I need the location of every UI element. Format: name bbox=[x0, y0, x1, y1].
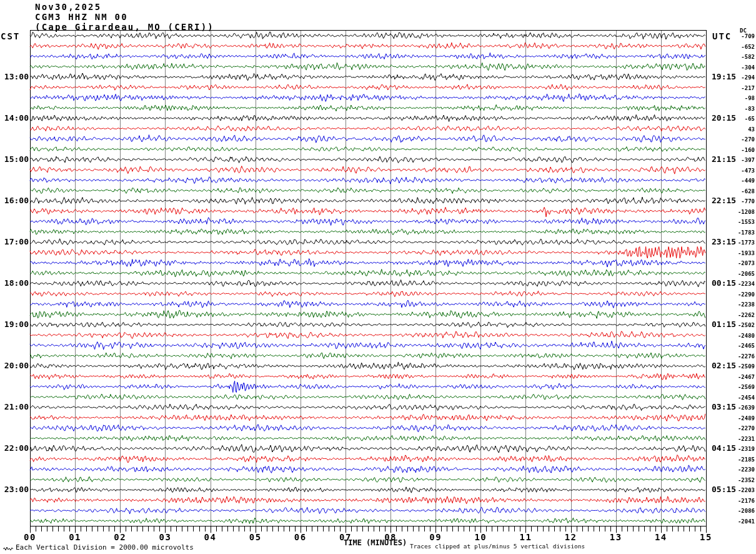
dc-offset-value: -2086 bbox=[717, 508, 755, 514]
dc-offset-value: -217 bbox=[717, 85, 755, 91]
dc-offset-value: -582 bbox=[717, 54, 755, 60]
x-tick-label: 03 bbox=[152, 532, 177, 542]
dc-offset-value: -2480 bbox=[717, 333, 755, 339]
x-tick-label: 06 bbox=[288, 532, 313, 542]
dc-offset-value: -83 bbox=[717, 106, 755, 112]
left-hour-label: 15:00 bbox=[0, 154, 29, 164]
dc-offset-value: -1933 bbox=[717, 250, 755, 256]
page-title-location: (Cape Girardeau, MO (CERI)) bbox=[35, 22, 214, 32]
dc-offset-value: -2489 bbox=[717, 415, 755, 421]
dc-offset-value: -2185 bbox=[717, 456, 755, 463]
page-title-date: Nov30,2025 bbox=[35, 2, 101, 12]
x-tick-label: 05 bbox=[243, 532, 268, 542]
dc-offset-value: -294 bbox=[717, 74, 755, 81]
dc-offset-value: -628 bbox=[717, 188, 755, 194]
x-tick-label: 09 bbox=[423, 532, 448, 542]
dc-offset-value: -2073 bbox=[717, 260, 755, 266]
x-tick-label: 11 bbox=[513, 532, 538, 542]
dc-offset-value: -1783 bbox=[717, 229, 755, 236]
x-tick-label: 15 bbox=[694, 532, 719, 542]
x-tick-label: 02 bbox=[107, 532, 132, 542]
dc-offset-value: -2276 bbox=[717, 353, 755, 360]
clip-note: Traces clipped at plus/minus 5 vertical … bbox=[410, 543, 585, 550]
left-hour-label: 16:00 bbox=[0, 196, 29, 205]
left-hour-label: 14:00 bbox=[0, 113, 29, 123]
x-axis-title: TIME (MINUTES) bbox=[344, 538, 407, 547]
page-title-station: CGM3 HHZ NM 00 bbox=[35, 12, 128, 22]
dc-offset-value: -709 bbox=[717, 33, 755, 39]
left-hour-label: 22:00 bbox=[0, 443, 29, 453]
dc-offset-value: -2467 bbox=[717, 374, 755, 380]
dc-offset-value: -2262 bbox=[717, 312, 755, 318]
x-tick-label: 04 bbox=[198, 532, 223, 542]
dc-offset-value: -473 bbox=[717, 168, 755, 174]
x-tick-label: 14 bbox=[649, 532, 674, 542]
dc-offset-value: -2234 bbox=[717, 281, 755, 287]
dc-offset-value: -270 bbox=[717, 136, 755, 143]
dc-offset-value: -1553 bbox=[717, 219, 755, 225]
dc-offset-value: 43 bbox=[717, 126, 755, 133]
left-hour-label: 20:00 bbox=[0, 361, 29, 370]
x-tick-label: 10 bbox=[468, 532, 493, 542]
left-timezone-label: CST bbox=[1, 31, 20, 41]
x-tick-label: 13 bbox=[604, 532, 629, 542]
dc-offset-value: -397 bbox=[717, 157, 755, 163]
left-hour-label: 23:00 bbox=[0, 485, 29, 494]
left-hour-label: 17:00 bbox=[0, 237, 29, 246]
dc-offset-value: -2270 bbox=[717, 425, 755, 431]
left-hour-label: 18:00 bbox=[0, 278, 29, 288]
x-tick-label: 01 bbox=[62, 532, 87, 542]
dc-offset-value: -65 bbox=[717, 116, 755, 122]
dc-offset-value: -2454 bbox=[717, 395, 755, 401]
dc-offset-value: -2569 bbox=[717, 384, 755, 390]
scale-note: Each Vertical Division = 2000.00 microvo… bbox=[16, 543, 194, 551]
dc-offset-value: -2065 bbox=[717, 271, 755, 277]
left-hour-label: 21:00 bbox=[0, 402, 29, 411]
dc-offset-value: -2203 bbox=[717, 487, 755, 493]
vertical-division-scale-icon bbox=[3, 545, 13, 551]
dc-offset-value: -2238 bbox=[717, 301, 755, 308]
dc-offset-value: -449 bbox=[717, 178, 755, 184]
dc-offset-value: -1208 bbox=[717, 209, 755, 215]
dc-offset-value: -304 bbox=[717, 64, 755, 71]
helicorder-plot bbox=[0, 0, 756, 554]
dc-offset-value: -2639 bbox=[717, 405, 755, 411]
dc-offset-value: -2041 bbox=[717, 518, 755, 525]
dc-offset-value: -652 bbox=[717, 44, 755, 50]
x-tick-label: 12 bbox=[559, 532, 584, 542]
dc-offset-value: -2231 bbox=[717, 436, 755, 442]
dc-offset-value: -98 bbox=[717, 95, 755, 101]
dc-offset-value: -770 bbox=[717, 198, 755, 204]
dc-offset-value: -2352 bbox=[717, 477, 755, 483]
x-tick-label: 00 bbox=[17, 532, 42, 542]
left-hour-label: 13:00 bbox=[0, 72, 29, 81]
dc-offset-value: -2319 bbox=[717, 446, 755, 452]
dc-offset-value: -2465 bbox=[717, 343, 755, 349]
left-hour-label: 19:00 bbox=[0, 320, 29, 329]
dc-offset-value: -2509 bbox=[717, 363, 755, 370]
dc-offset-value: -2230 bbox=[717, 466, 755, 473]
dc-offset-value: -1773 bbox=[717, 239, 755, 246]
helicorder-page: Nov30,2025 CGM3 HHZ NM 00 (Cape Girardea… bbox=[0, 0, 756, 554]
dc-offset-value: -2176 bbox=[717, 498, 755, 504]
dc-offset-value: -2502 bbox=[717, 322, 755, 328]
dc-offset-value: -2290 bbox=[717, 291, 755, 298]
dc-offset-value: -160 bbox=[717, 147, 755, 153]
